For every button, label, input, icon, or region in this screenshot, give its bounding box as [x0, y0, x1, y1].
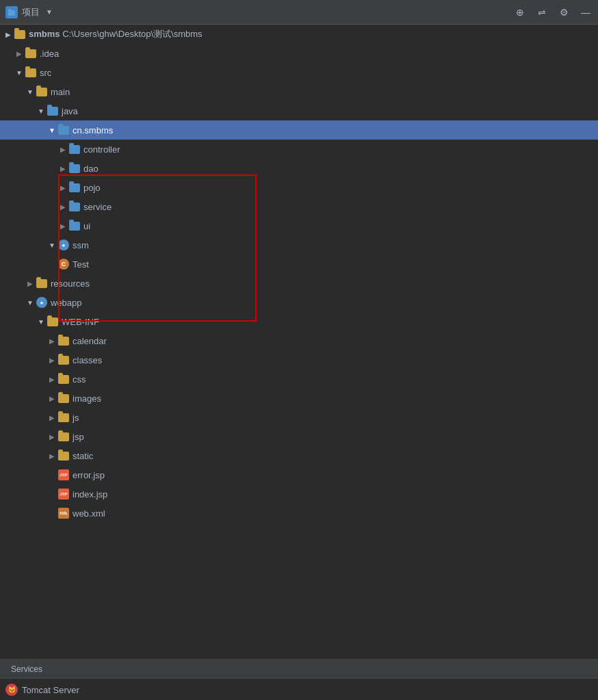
tree-item-java[interactable]: ▼ java [0, 101, 598, 120]
label-src: src [40, 68, 51, 78]
folder-icon-pojo [68, 181, 81, 194]
arrow-static: ▶ [47, 450, 57, 461]
tree-item-classes[interactable]: ▶ classes [0, 350, 598, 370]
sync-icon[interactable]: ⇌ [535, 5, 549, 19]
folder-icon-static [57, 450, 70, 462]
label-js: js [73, 413, 79, 423]
label-main: main [51, 87, 70, 97]
arrow-controller: ▶ [57, 144, 68, 155]
label-index-jsp: index.jsp [73, 489, 107, 500]
tree-item-cn-smbms[interactable]: ▼ cn.smbms [0, 120, 598, 140]
svg-rect-1 [8, 9, 12, 11]
label-calendar: calendar [73, 336, 107, 346]
icon-ssm: ● [57, 239, 70, 251]
tree-item-controller[interactable]: ▶ controller [0, 140, 598, 159]
folder-icon-web-inf [47, 315, 59, 328]
arrow-js: ▶ [47, 412, 57, 423]
arrow-jsp: ▶ [47, 431, 57, 442]
arrow-web-inf: ▼ [36, 316, 47, 327]
label-resources: resources [51, 278, 90, 289]
arrow-idea: ▶ [14, 48, 25, 59]
arrow-css: ▶ [47, 374, 57, 385]
tree-item-dao[interactable]: ▶ dao [0, 159, 598, 178]
arrow-cn-smbms: ▼ [47, 125, 57, 135]
settings-icon[interactable]: ⚙ [557, 5, 571, 19]
arrow-dao: ▶ [57, 163, 68, 174]
arrow-web-xml [47, 508, 57, 519]
title-bar-left: 项目 ▼ [5, 6, 55, 18]
tree-item-css[interactable]: ▶ css [0, 370, 598, 389]
tree-item-web-inf[interactable]: ▼ WEB-INF [0, 312, 598, 331]
folder-icon-java [47, 105, 59, 117]
folder-icon-jsp [57, 430, 70, 443]
folder-icon-images [57, 392, 70, 404]
tree-item-calendar[interactable]: ▶ calendar [0, 331, 598, 350]
label-dao: dao [83, 164, 99, 174]
tree-item-static[interactable]: ▶ static [0, 446, 598, 465]
folder-icon-smbms [14, 28, 26, 40]
folder-icon-controller [68, 143, 81, 155]
tree-item-src[interactable]: ▼ src [0, 63, 598, 82]
arrow-java: ▼ [36, 105, 47, 116]
tree-item-pojo[interactable]: ▶ pojo [0, 178, 598, 197]
arrow-webapp: ▼ [25, 297, 36, 308]
tree-item-main[interactable]: ▼ main [0, 82, 598, 101]
file-icon-error-jsp: JSP [57, 469, 70, 481]
tree-item-web-xml[interactable]: XML web.xml [0, 504, 598, 523]
label-classes: classes [73, 355, 102, 365]
project-tree-panel[interactable]: ▶ smbms C:\Users\ghw\Desktop\测试\smbms ▶ … [0, 25, 598, 659]
svg-rect-0 [8, 10, 15, 16]
minimize-icon[interactable]: — [579, 5, 593, 19]
tree-item-error-jsp[interactable]: JSP error.jsp [0, 465, 598, 484]
services-tab[interactable]: Services [5, 663, 48, 675]
label-pojo: pojo [83, 183, 101, 193]
tree-item-test[interactable]: C Test [0, 255, 598, 274]
icon-test: C [57, 258, 70, 270]
tree-item-idea[interactable]: ▶ .idea [0, 44, 598, 63]
label-idea: .idea [40, 49, 59, 59]
label-controller: controller [83, 144, 120, 155]
folder-icon-src [25, 66, 37, 79]
tree-item-smbms[interactable]: ▶ smbms C:\Users\ghw\Desktop\测试\smbms [0, 25, 598, 44]
folder-icon-calendar [57, 335, 70, 347]
tomcat-server-label: Tomcat Server [22, 685, 79, 695]
folder-icon-resources [36, 277, 48, 289]
label-service: service [83, 202, 112, 212]
label-static: static [73, 451, 93, 461]
icon-webapp: ● [36, 296, 48, 309]
tree-item-images[interactable]: ▶ images [0, 389, 598, 408]
file-icon-web-xml: XML [57, 507, 70, 519]
folder-icon-idea [25, 47, 37, 60]
arrow-images: ▶ [47, 393, 57, 404]
arrow-resources: ▶ [25, 278, 36, 289]
arrow-ui: ▶ [57, 220, 68, 231]
add-icon[interactable]: ⊕ [513, 5, 527, 19]
tree-item-index-jsp[interactable]: JSP index.jsp [0, 484, 598, 504]
bottom-tab-bar: Services [0, 660, 598, 679]
arrow-service: ▶ [57, 201, 68, 212]
title-bar-actions: ⊕ ⇌ ⚙ — [513, 5, 593, 19]
tree-item-ssm[interactable]: ▼ ● ssm [0, 235, 598, 255]
file-icon-index-jsp: JSP [57, 488, 70, 500]
arrow-src: ▼ [14, 67, 25, 78]
tree-item-webapp[interactable]: ▼ ● webapp [0, 293, 598, 312]
folder-icon-main [36, 86, 48, 98]
tree-item-ui[interactable]: ▶ ui [0, 216, 598, 235]
tree-item-service[interactable]: ▶ service [0, 197, 598, 216]
bottom-content: 🐱 Tomcat Server [0, 679, 598, 700]
arrow-index-jsp [47, 489, 57, 500]
folder-icon-classes [57, 354, 70, 366]
project-panel-icon [5, 6, 18, 18]
tree-item-jsp[interactable]: ▶ jsp [0, 427, 598, 446]
title-bar: 项目 ▼ ⊕ ⇌ ⚙ — [0, 0, 598, 25]
bottom-panel: Services 🐱 Tomcat Server [0, 659, 598, 700]
label-css: css [73, 374, 86, 385]
title-bar-title: 项目 [22, 6, 40, 18]
title-bar-dropdown-btn[interactable]: ▼ [44, 7, 55, 18]
label-ui: ui [83, 221, 90, 231]
tree-item-js[interactable]: ▶ js [0, 408, 598, 427]
tree-item-resources[interactable]: ▶ resources [0, 274, 598, 293]
arrow-main: ▼ [25, 86, 36, 97]
label-images: images [73, 393, 101, 404]
arrow-classes: ▶ [47, 354, 57, 365]
